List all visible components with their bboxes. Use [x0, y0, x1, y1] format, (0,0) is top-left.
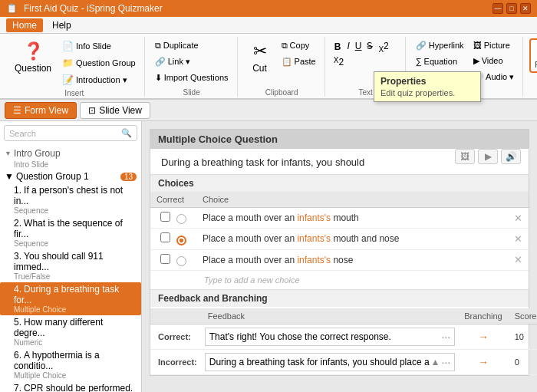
choice-3-text[interactable]: Place a mouth over an infants's nose [196, 249, 508, 270]
intro-arrow-icon: ▼ [5, 150, 12, 157]
question-group-1-header[interactable]: ▼ Question Group 1 13 [0, 170, 141, 183]
form-view-btn[interactable]: ☰ Form View [5, 102, 77, 119]
italic-btn[interactable]: I [344, 40, 351, 52]
properties-btn[interactable]: ⚙ Properties [529, 38, 537, 73]
tooltip-desc: Edit quiz properties. [381, 88, 474, 97]
info-slide-btn[interactable]: 📄 Info Slide [58, 38, 140, 54]
info-icon: 📄 [62, 41, 74, 51]
correct-column-header: Correct [150, 192, 196, 208]
intro-slide-label[interactable]: Intro Slide [0, 160, 141, 170]
search-icon[interactable]: 🔍 [121, 128, 132, 138]
incorrect-feedback-input[interactable]: During a breathing task for infants, you… [205, 353, 455, 371]
choices-section-header: Choices [150, 174, 529, 192]
menu-help[interactable]: Help [46, 18, 77, 32]
menu-home[interactable]: Home [6, 18, 43, 32]
incorrect-feedback-text: During a breathing task for infants, you… [209, 357, 430, 367]
strikethrough-btn[interactable]: S̶ [364, 40, 375, 52]
choices-header: Correct Choice [150, 192, 529, 208]
sidebar-item-3[interactable]: 3. You should call 911 immed... True/Fal… [0, 249, 141, 282]
form-view-icon: ☰ [13, 105, 21, 116]
choice-1-checkbox[interactable] [160, 212, 170, 222]
question-panel: Multiple Choice Question During a breath… [150, 129, 529, 376]
tooltip-title: Properties [381, 76, 474, 87]
title-bar: 📋 First Aid Quiz - iSpring Quizmaker — □… [0, 0, 537, 17]
question-text: During a breathing task for infants, you… [150, 149, 375, 174]
slide-view-icon: ⊡ [88, 105, 96, 116]
sidebar-item-1[interactable]: 1. If a person's chest is not in... Sequ… [0, 183, 141, 216]
group-icon: 📁 [62, 58, 74, 68]
choice-2-delete[interactable]: ✕ [514, 233, 522, 245]
feedback-table: Feedback Branching Score Correct: That's… [150, 308, 537, 375]
import-btn[interactable]: ⬇ Import Questions [151, 71, 232, 85]
subscript-btn[interactable]: X2 [331, 55, 346, 68]
ribbon-group-clipboard: ✂ Cut ⧉ Copy 📋 Paste Clipboard [239, 37, 325, 97]
link-btn[interactable]: 🔗 Link ▾ [151, 54, 232, 69]
intro-icon: 📝 [62, 74, 74, 85]
branching-col-header: Branching [458, 308, 509, 324]
add-choice-placeholder[interactable]: Type to add a new choice [196, 270, 508, 289]
sidebar-tree: ▼ Intro Group Intro Slide ▼ Question Gro… [0, 145, 141, 392]
close-btn[interactable]: ✕ [520, 3, 531, 14]
question-panel-title: Multiple Choice Question [150, 130, 529, 149]
ribbon-group-slide: ⧉ Duplicate 🔗 Link ▾ ⬇ Import Questions … [147, 37, 238, 97]
introduction-btn[interactable]: 📝 Introduction ▾ [58, 72, 140, 87]
sidebar-item-6[interactable]: 6. A hypothermia is a conditio... Multip… [0, 348, 141, 381]
qg1-arrow-icon: ▼ [5, 171, 14, 182]
choice-1-radio[interactable] [176, 214, 186, 224]
sidebar-item-4[interactable]: 4. During a breathing task for... Multip… [0, 282, 141, 315]
incorrect-score: 0 [509, 349, 537, 374]
question-group-btn[interactable]: 📁 Question Group [58, 55, 140, 71]
choice-3-checkbox[interactable] [160, 254, 170, 264]
maximize-btn[interactable]: □ [506, 3, 517, 14]
main-area: Search 🔍 ▼ Intro Group Intro Slide ▼ Que… [0, 121, 537, 392]
correct-branching-arrow[interactable]: → [478, 331, 489, 343]
correct-score: 10 [509, 324, 537, 349]
audio-media-btn[interactable]: 🔊 [501, 149, 521, 164]
ribbon-group-quiz: ⚙ Properties ▶ Player 👁 Preview Quiz [525, 37, 537, 97]
slide-group-label: Slide [151, 87, 232, 97]
choices-table: Correct Choice Place a mouth over an inf… [150, 192, 529, 289]
choice-1-text[interactable]: Place a mouth over an infants's mouth [196, 208, 508, 229]
correct-feedback-dots[interactable]: ··· [441, 331, 450, 343]
quiz-group-label: Quiz [529, 87, 537, 97]
minimize-btn[interactable]: — [493, 3, 503, 14]
hyperlink-btn[interactable]: 🔗 Hyperlink [412, 38, 468, 53]
incorrect-feedback-dots[interactable]: ··· [441, 356, 450, 368]
properties-tooltip: Properties Edit quiz properties. [374, 71, 481, 102]
question-btn[interactable]: ❓ Question [9, 38, 57, 77]
incorrect-branching-arrow[interactable]: → [478, 356, 489, 368]
slide-view-btn[interactable]: ⊡ Slide View [80, 102, 150, 119]
add-choice-row: Type to add a new choice [150, 270, 529, 289]
content-area: Multiple Choice Question During a breath… [142, 121, 537, 392]
choice-2-checkbox[interactable] [160, 232, 170, 242]
choice-3-delete[interactable]: ✕ [514, 254, 522, 265]
feedback-header: Feedback Branching Score [150, 308, 537, 324]
equation-btn[interactable]: ∑ Equation [412, 54, 468, 68]
menu-bar: Home Help [0, 17, 537, 34]
search-placeholder: Search [9, 129, 36, 138]
choice-2-text[interactable]: Place a mouth over an infants's mouth an… [196, 229, 508, 249]
sidebar-item-2[interactable]: 2. What is the sequence of fir... Sequen… [0, 216, 141, 249]
video-btn[interactable]: ▶ Video [469, 54, 519, 68]
underline-btn[interactable]: U [353, 40, 364, 52]
duplicate-btn[interactable]: ⧉ Duplicate [151, 38, 232, 53]
incorrect-feedback-up[interactable]: ▲ [431, 357, 440, 367]
image-btn[interactable]: 🖼 [455, 149, 475, 164]
cut-btn[interactable]: ✂ Cut [244, 38, 276, 77]
correct-feedback-input[interactable]: That's right! You chose the correct resp… [205, 328, 455, 346]
sidebar-item-5[interactable]: 5. How many different degre... Numeric [0, 315, 141, 348]
superscript-btn[interactable]: X2 [376, 40, 390, 54]
choice-2-radio[interactable] [176, 236, 186, 245]
paste-btn[interactable]: 📋 Paste [278, 54, 320, 69]
choice-3-radio[interactable] [176, 256, 186, 266]
copy-btn[interactable]: ⧉ Copy [278, 38, 320, 53]
intro-group-header[interactable]: ▼ Intro Group [0, 147, 141, 160]
video-media-btn[interactable]: ▶ [478, 149, 498, 164]
window-controls: — □ ✕ [493, 3, 531, 14]
picture-btn[interactable]: 🖼 Picture [469, 38, 519, 52]
choice-1-delete[interactable]: ✕ [514, 212, 522, 224]
sidebar: Search 🔍 ▼ Intro Group Intro Slide ▼ Que… [0, 121, 142, 392]
bold-btn[interactable]: B [331, 40, 344, 54]
correct-label: Correct: [150, 324, 202, 349]
sidebar-item-7[interactable]: 7. CPR should be performed. ... True/Fal… [0, 381, 141, 392]
